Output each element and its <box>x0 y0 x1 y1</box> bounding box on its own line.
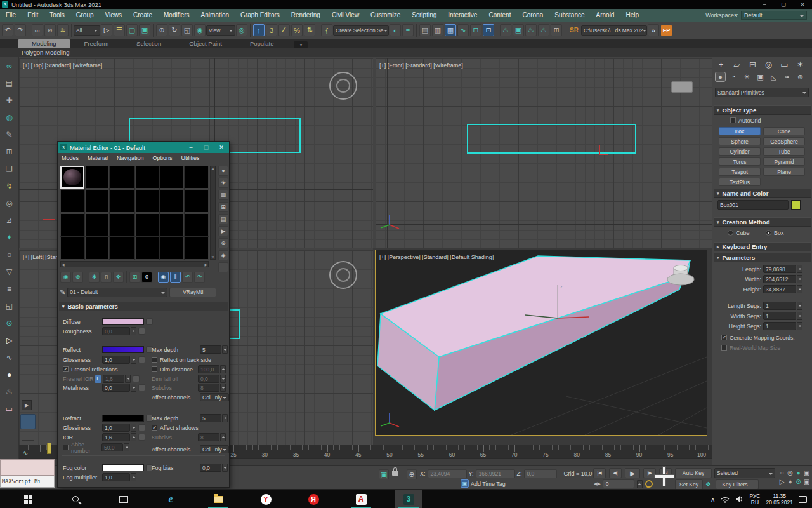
select-and-move-icon[interactable]: ⊕ <box>156 24 167 36</box>
add-time-tag[interactable]: ▣ Add Time Tag <box>461 479 506 488</box>
project-folder-dropdown[interactable]: C:\Users\5\...ds Max 202 <box>581 25 647 36</box>
options-icon[interactable]: ⊛ <box>218 238 228 248</box>
make-material-copy-icon[interactable]: ✱ <box>89 272 100 283</box>
material-slot-17[interactable] <box>160 213 184 236</box>
select-and-link-icon[interactable]: ∞ <box>32 24 43 36</box>
viewport-perspective[interactable]: [+] [Perspective] [Standard] [Default Sh… <box>375 250 707 436</box>
me-close-button[interactable]: ✕ <box>214 142 229 153</box>
selection-lock-toggle[interactable] <box>392 468 398 476</box>
maxscript-listener-pink[interactable] <box>0 459 55 476</box>
primitive-button-cone[interactable]: Cone <box>763 127 805 135</box>
menu-help[interactable]: Help <box>620 9 645 22</box>
material-slot-7[interactable] <box>60 189 84 212</box>
wifi-icon[interactable] <box>721 496 730 503</box>
menu-corona[interactable]: Corona <box>516 9 549 22</box>
object-name-field[interactable]: Box001 <box>717 200 789 210</box>
fog-bias-field[interactable]: 0,0 <box>200 464 221 472</box>
subdivs1-spinner[interactable] <box>220 384 226 392</box>
real-world-row[interactable]: Real-World Map Size <box>721 344 780 352</box>
material-slot-20[interactable] <box>85 237 109 260</box>
utilities-tab[interactable]: ✶ <box>794 58 806 70</box>
menu-edit[interactable]: Edit <box>22 9 44 22</box>
current-frame-field[interactable]: 0 <box>603 479 634 488</box>
key-filters-button[interactable]: Key Filters... <box>716 479 759 490</box>
ior-field[interactable]: 1,6 <box>102 433 130 441</box>
select-and-manipulate-icon[interactable]: ↑ <box>253 24 265 36</box>
roughness-map-button[interactable] <box>138 328 145 335</box>
menu-animation[interactable]: Animation <box>195 9 235 22</box>
isolate-selection-toggle[interactable]: ▣ <box>378 469 390 479</box>
affect-channels2-dropdown[interactable]: Col...nly <box>200 445 229 453</box>
material-slot-11[interactable] <box>160 189 184 212</box>
abbe-spinner[interactable] <box>124 443 129 451</box>
glossiness2-field[interactable]: 1,0 <box>102 424 130 432</box>
menu-arnold[interactable]: Arnold <box>591 9 620 22</box>
object-color-swatch[interactable] <box>791 200 801 210</box>
taskbar-explorer[interactable] <box>204 490 232 508</box>
refract-color-swatch[interactable] <box>102 415 144 422</box>
frame-spinner[interactable] <box>637 480 643 488</box>
material-editor-titlebar[interactable]: 3 Material Editor - 01 - Default – ▢ ✕ <box>58 142 229 153</box>
background-icon[interactable]: ▦ <box>218 190 228 200</box>
x-coordinate-field[interactable]: 23,4094 <box>428 469 467 478</box>
dim-fall-spinner[interactable] <box>220 375 226 383</box>
fresnel-ior-spinner[interactable] <box>125 375 131 383</box>
roughness-field[interactable]: 0,0 <box>102 327 130 335</box>
render-setup-icon[interactable]: ♨ <box>500 24 511 36</box>
fog-color-swatch[interactable] <box>102 464 144 471</box>
backlight-icon[interactable]: ☀ <box>218 178 228 188</box>
roughness-spinner[interactable] <box>131 327 136 335</box>
left-toolbar-icon-14[interactable]: ◱ <box>3 300 16 312</box>
primitive-button-torus[interactable]: Torus <box>719 157 761 166</box>
fresnel-ior-lock-button[interactable]: L <box>95 375 102 383</box>
creation-cube-radio[interactable]: Cube <box>728 229 750 237</box>
diffuse-color-swatch[interactable] <box>102 318 144 325</box>
material-slot-6[interactable] <box>185 166 209 189</box>
zoom-region-icon[interactable]: ▣ <box>802 468 811 477</box>
fresnel-row[interactable]: Fresnel reflections <box>63 365 118 373</box>
filters-icon[interactable]: ❖ <box>704 479 712 488</box>
left-toolbar-icon-13[interactable]: ≡ <box>3 283 16 295</box>
menu-graph-editors[interactable]: Graph Editors <box>235 9 285 22</box>
left-toolbar-icon-20[interactable]: ▭ <box>3 403 16 415</box>
primitive-button-pyramid[interactable]: Pyramid <box>763 157 805 166</box>
material-slot-22[interactable] <box>135 237 159 260</box>
next-frame-icon[interactable]: |▶ <box>643 468 656 478</box>
layout-preset-icon[interactable] <box>20 414 36 429</box>
spinner-snap-icon[interactable]: ⇅ <box>304 24 315 36</box>
basic-parameters-rollout[interactable]: ▾Basic parameters <box>59 302 228 311</box>
material-slot-19[interactable] <box>60 237 84 260</box>
left-toolbar-icon-16[interactable]: ▷ <box>3 334 16 347</box>
glossiness1-map-button[interactable] <box>138 356 145 363</box>
workspaces-dropdown[interactable]: Default <box>741 11 807 20</box>
y-coordinate-field[interactable]: 166,9921 <box>476 469 515 478</box>
show-end-result-icon[interactable]: ‖ <box>170 272 181 283</box>
left-toolbar-icon-15[interactable]: ⊙ <box>3 317 16 330</box>
material-slot-14[interactable] <box>85 213 109 236</box>
dim-distance-field[interactable]: 100,0 <box>198 365 219 373</box>
dim-distance-row[interactable]: Dim distance100,0 <box>152 365 226 373</box>
glossiness1-spinner[interactable] <box>131 356 136 364</box>
mini-track-icon[interactable] <box>22 432 34 441</box>
primitive-button-geosphere[interactable]: GeoSphere <box>763 137 805 145</box>
parameters-rollout[interactable]: ▾Parameters <box>714 253 811 262</box>
key-mode-toggle[interactable]: ◀▶ <box>594 481 601 486</box>
rectangular-selection-region-icon[interactable]: ▢ <box>126 24 138 36</box>
make-unique-icon[interactable]: ❖ <box>113 272 124 283</box>
go-forward-sibling-icon[interactable]: ↷ <box>194 272 205 283</box>
creation-box-radio[interactable]: Box <box>766 229 784 237</box>
left-toolbar-icon-2[interactable]: ✚ <box>3 94 16 107</box>
render-production-icon[interactable]: ♨ <box>525 24 537 36</box>
me-maximize-button[interactable]: ▢ <box>199 142 214 153</box>
language-indicator[interactable]: РУСRU <box>749 493 760 505</box>
taskbar-autocad[interactable]: A <box>347 490 375 508</box>
play-icon[interactable]: ▶ <box>625 468 640 478</box>
metalness-field[interactable]: 0,0 <box>102 384 130 392</box>
subdivs2-field[interactable]: 8 <box>198 433 219 441</box>
go-to-start-icon[interactable]: |◀ <box>593 468 606 478</box>
left-toolbar-icon-12[interactable]: ▽ <box>3 265 16 278</box>
undo-icon[interactable]: ↶ <box>2 24 13 36</box>
menu-content[interactable]: Content <box>483 9 516 22</box>
redo-icon[interactable]: ↷ <box>15 24 26 36</box>
percent-snap-icon[interactable]: % <box>291 24 303 36</box>
